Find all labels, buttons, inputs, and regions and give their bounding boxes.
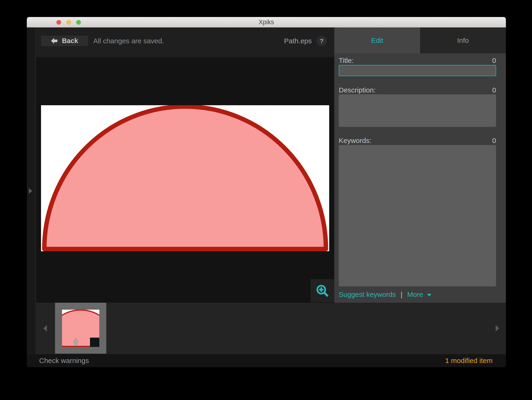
titlebar[interactable]: Xpiks — [27, 17, 506, 27]
header: Back All changes are saved. Path.eps ? — [36, 27, 334, 57]
check-warnings-button[interactable]: Check warnings — [39, 357, 89, 365]
metadata-panel: Edit Info Title: 0 Description: 0 Keywor… — [334, 27, 506, 303]
next-thumbnails-arrow[interactable] — [496, 325, 499, 332]
vector-file-badge — [90, 338, 99, 347]
tab-info[interactable]: Info — [420, 27, 506, 53]
collapsed-left-panel — [27, 27, 36, 354]
more-link[interactable]: More — [407, 290, 423, 298]
keywords-count: 0 — [492, 137, 496, 145]
title-input[interactable] — [339, 65, 496, 76]
save-status-text: All changes are saved. — [93, 36, 164, 46]
link-separator: | — [400, 290, 402, 298]
panel-tabs: Edit Info — [334, 27, 506, 53]
title-label-row: Title: 0 — [339, 57, 496, 64]
tab-edit[interactable]: Edit — [334, 27, 420, 53]
artwork-preview — [41, 105, 329, 251]
title-char-count: 0 — [492, 57, 496, 64]
description-char-count: 0 — [492, 86, 496, 94]
keywords-label-row: Keywords: 0 — [339, 137, 496, 145]
zoom-button[interactable] — [310, 279, 334, 302]
keywords-label: Keywords: — [339, 137, 371, 145]
previous-thumbnails-arrow[interactable] — [43, 325, 47, 332]
title-label: Title: — [339, 57, 354, 64]
expand-panel-arrow-icon[interactable] — [29, 188, 32, 194]
suggest-keywords-link[interactable]: Suggest keywords — [339, 290, 396, 298]
description-label: Description: — [339, 86, 376, 94]
thumbnail-image — [62, 310, 99, 347]
chevron-down-icon — [427, 294, 431, 296]
help-button[interactable]: ? — [317, 36, 327, 46]
keywords-input-area[interactable] — [339, 145, 496, 286]
app-window: Xpiks Back All changes are saved. Path.e… — [27, 17, 506, 367]
pen-nib-icon — [72, 338, 80, 345]
current-filename: Path.eps — [284, 36, 312, 46]
preview-area — [36, 57, 334, 303]
thumbnail-strip — [36, 303, 506, 354]
status-bar: Check warnings 1 modified item — [27, 354, 506, 367]
back-arrow-icon — [51, 38, 57, 44]
description-label-row: Description: 0 — [339, 86, 496, 94]
keyword-actions: Suggest keywords | More — [339, 290, 431, 299]
zoom-in-magnifier-icon — [315, 284, 329, 298]
thumbnail-item-selected[interactable] — [55, 303, 106, 354]
back-label: Back — [62, 37, 78, 45]
description-input[interactable] — [339, 94, 496, 127]
back-button[interactable]: Back — [41, 36, 88, 46]
window-title: Xpiks — [27, 17, 506, 27]
modified-items-status[interactable]: 1 modified item — [445, 357, 493, 365]
dome-shape-image — [41, 105, 329, 251]
